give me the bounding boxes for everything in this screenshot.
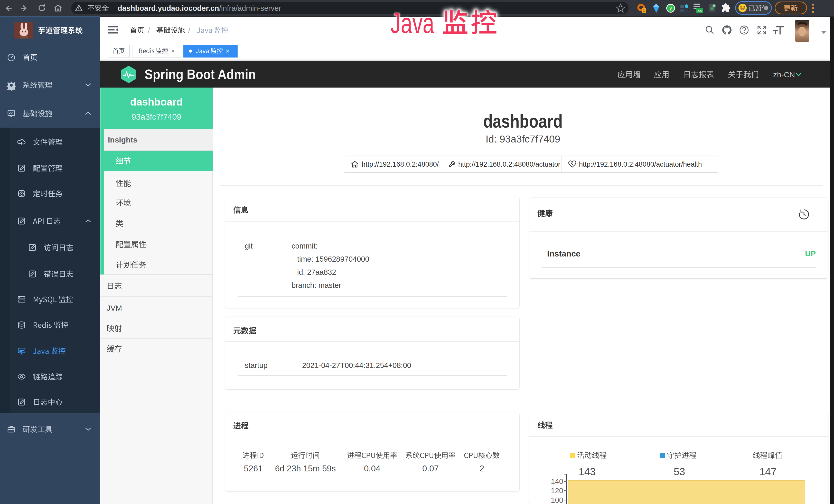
svg-text:on: on: [698, 9, 702, 13]
svg-text:y: y: [670, 6, 672, 11]
svg-text:1: 1: [643, 8, 645, 13]
